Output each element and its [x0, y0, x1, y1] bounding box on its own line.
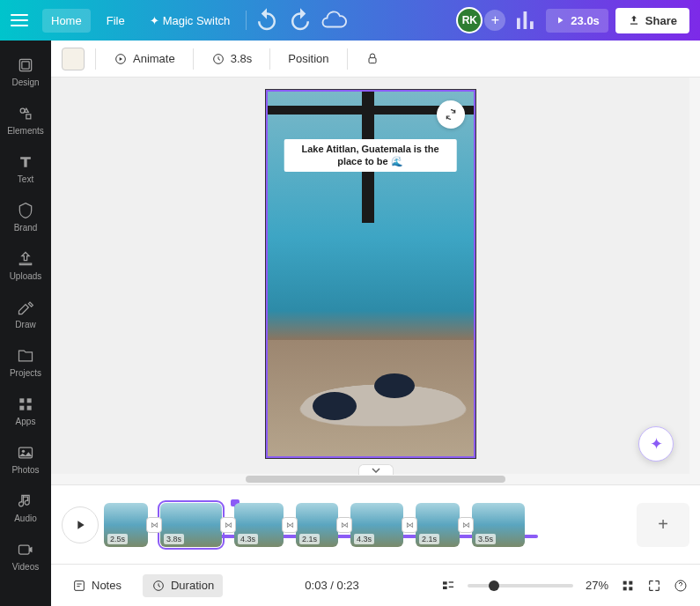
sidebar-item-uploads[interactable]: Uploads: [0, 241, 51, 290]
nav-magic-switch[interactable]: ✦ Magic Switch: [141, 9, 239, 33]
share-icon: [628, 14, 640, 26]
svg-rect-20: [623, 580, 627, 584]
avatar[interactable]: RK: [456, 7, 483, 33]
svg-rect-19: [449, 586, 453, 587]
timeline-play-button[interactable]: [62, 506, 99, 543]
timeline-clips: 2.5s⋈3.8s⋈4.3s⋈2.1s⋈4.3s⋈2.1s⋈3.5s: [104, 503, 621, 547]
left-sidebar: Design Elements Text Brand Uploads Draw …: [0, 41, 51, 606]
share-button[interactable]: Share: [615, 8, 689, 33]
clock-icon: [211, 52, 225, 66]
timeline-clip[interactable]: 2.1s: [416, 503, 460, 547]
animate-icon: [114, 52, 128, 66]
view-list-icon[interactable]: [441, 579, 455, 593]
timeline-clip[interactable]: 3.8s: [160, 503, 222, 547]
play-icon: [73, 518, 87, 532]
timeline-clip[interactable]: 3.5s: [472, 503, 525, 547]
svg-rect-7: [27, 406, 32, 410]
sidebar-item-apps[interactable]: Apps: [0, 387, 51, 435]
sidebar-label: Design: [11, 78, 39, 87]
transition-button[interactable]: ⋈: [458, 517, 474, 533]
timeline-clip[interactable]: 4.3s: [350, 503, 403, 547]
svg-rect-22: [623, 587, 627, 590]
magic-switch-label: Magic Switch: [163, 14, 231, 27]
clip-duration-button[interactable]: 3.8s: [204, 48, 260, 70]
present-button[interactable]: 23.0s: [546, 9, 608, 33]
canvas-area[interactable]: Lake Atitlan, Guatemala is the place to …: [51, 78, 689, 474]
transition-button[interactable]: ⋈: [220, 517, 236, 533]
help-icon[interactable]: [674, 579, 688, 593]
fullscreen-icon[interactable]: [647, 579, 661, 593]
svg-rect-23: [629, 587, 632, 590]
duration-label: Duration: [171, 579, 214, 592]
duration-button[interactable]: Duration: [143, 574, 223, 597]
position-button[interactable]: Position: [281, 48, 335, 69]
menu-icon[interactable]: [11, 14, 28, 26]
sidebar-label: Videos: [12, 562, 39, 572]
svg-rect-1: [22, 62, 29, 69]
sidebar-item-projects[interactable]: Projects: [0, 338, 51, 387]
clip-duration-label: 3.8s: [164, 534, 184, 544]
svg-rect-13: [369, 57, 376, 63]
horizontal-scrollbar[interactable]: [51, 474, 700, 484]
timeline-collapse-toggle[interactable]: [358, 464, 394, 475]
analytics-icon[interactable]: [512, 7, 539, 33]
notes-button[interactable]: Notes: [63, 574, 130, 597]
refresh-icon: [444, 107, 458, 122]
cloud-sync-icon[interactable]: [321, 7, 347, 33]
sidebar-item-text[interactable]: Text: [0, 144, 51, 193]
vertical-scrollbar[interactable]: [689, 78, 700, 474]
svg-rect-3: [26, 115, 31, 119]
svg-rect-6: [19, 406, 24, 410]
transition-button[interactable]: ⋈: [402, 517, 417, 533]
sidebar-item-videos[interactable]: Videos: [0, 532, 51, 580]
sidebar-item-design[interactable]: Design: [0, 48, 51, 96]
clip-duration-label: 4.3s: [238, 534, 258, 544]
position-label: Position: [288, 52, 328, 65]
background-color-swatch[interactable]: [62, 48, 85, 70]
redo-button[interactable]: [287, 7, 313, 33]
canvas-caption[interactable]: Lake Atitlan, Guatemala is the place to …: [284, 139, 457, 172]
transition-button[interactable]: ⋈: [336, 517, 352, 533]
svg-rect-14: [75, 580, 85, 590]
sidebar-label: Apps: [16, 417, 36, 426]
sidebar-item-photos[interactable]: Photos: [0, 435, 51, 484]
timeline-clip[interactable]: 2.1s: [296, 503, 338, 547]
svg-point-9: [22, 450, 25, 453]
canvas-frame[interactable]: Lake Atitlan, Guatemala is the place to …: [266, 90, 475, 458]
sidebar-item-audio[interactable]: Audio: [0, 484, 51, 532]
lock-button[interactable]: [358, 48, 387, 70]
play-icon: [555, 15, 565, 26]
sidebar-item-draw[interactable]: Draw: [0, 290, 51, 338]
timeline-clip[interactable]: 2.5s: [104, 503, 148, 547]
clip-duration-label: 2.5s: [107, 534, 128, 544]
svg-rect-5: [27, 398, 32, 403]
sidebar-label: Audio: [14, 514, 37, 523]
nav-file[interactable]: File: [98, 9, 134, 33]
nav-home[interactable]: Home: [42, 9, 91, 33]
notes-icon: [72, 579, 86, 593]
regenerate-button[interactable]: [437, 100, 465, 129]
ai-assist-button[interactable]: ✦: [638, 426, 674, 462]
clip-duration-label: 2.1s: [299, 534, 320, 544]
timeline: 2.5s⋈3.8s⋈4.3s⋈2.1s⋈4.3s⋈2.1s⋈3.5s +: [51, 484, 700, 564]
lock-icon: [365, 52, 379, 66]
total-duration-label: 23.0s: [571, 14, 600, 27]
animate-button[interactable]: Animate: [107, 48, 182, 70]
sidebar-item-brand[interactable]: Brand: [0, 193, 51, 241]
transition-button[interactable]: ⋈: [282, 517, 298, 533]
top-bar: Home File ✦ Magic Switch RK + 23.0s Shar…: [0, 0, 700, 41]
svg-rect-21: [629, 580, 632, 584]
clip-duration-label: 2.1s: [419, 534, 439, 544]
share-label: Share: [645, 14, 677, 27]
svg-rect-10: [19, 545, 30, 554]
sidebar-item-elements[interactable]: Elements: [0, 96, 51, 144]
undo-button[interactable]: [254, 7, 280, 33]
add-member-button[interactable]: +: [484, 10, 505, 31]
add-page-button[interactable]: +: [637, 503, 689, 547]
zoom-slider[interactable]: [468, 584, 573, 588]
grid-view-icon[interactable]: [621, 579, 635, 593]
svg-rect-4: [19, 398, 24, 403]
transition-button[interactable]: ⋈: [146, 517, 162, 533]
clip-duration-label: 3.8s: [231, 52, 253, 65]
timeline-clip[interactable]: 4.3s: [234, 503, 284, 547]
